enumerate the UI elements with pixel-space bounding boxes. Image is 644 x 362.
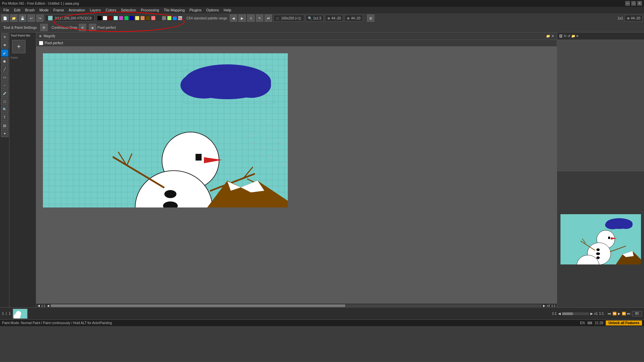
- coord-icon-1: ⊕: [327, 16, 330, 20]
- palette-color-12[interactable]: [162, 16, 166, 20]
- palette-color-3[interactable]: [113, 16, 118, 20]
- timeline-ratio: 1:1: [599, 312, 604, 315]
- menu-brush[interactable]: Brush: [23, 7, 37, 13]
- menu-tilemapping[interactable]: Tile Mapping: [162, 7, 187, 13]
- title-bar: Pro Motion NG - Free Edition : Untitled …: [0, 0, 644, 7]
- palette-color-4[interactable]: [119, 16, 123, 20]
- h-scrollbar-thumb[interactable]: [51, 304, 345, 307]
- prev-frame-icon[interactable]: ⏪: [612, 312, 616, 315]
- eraser-tool[interactable]: ◻: [1, 98, 8, 105]
- h-scrollbar-track[interactable]: [51, 304, 542, 307]
- svg-point-68: [231, 72, 271, 98]
- coord-icon-3: ⊕: [627, 16, 630, 20]
- palette-color-1[interactable]: [103, 16, 107, 20]
- circle-tool[interactable]: ○: [1, 81, 8, 89]
- menu-colors[interactable]: Colors: [104, 7, 118, 13]
- pixel-art-canvas[interactable]: [43, 53, 288, 207]
- palette-left-icon[interactable]: ◀: [230, 14, 237, 22]
- menu-processing[interactable]: Processing: [139, 7, 161, 13]
- menu-layers[interactable]: Layers: [88, 7, 103, 13]
- palette-color-7[interactable]: [135, 16, 140, 20]
- menu-help[interactable]: Help: [222, 7, 233, 13]
- frame-count: 1: [9, 312, 11, 315]
- color-swatch[interactable]: [48, 16, 53, 20]
- new-file-icon[interactable]: 📄: [1, 14, 9, 22]
- menu-options[interactable]: Options: [204, 7, 221, 13]
- canvas-scrollbar-h[interactable]: ◀ 1:1 ◀ ▶ x3 1:1: [36, 303, 557, 307]
- palette-color-15[interactable]: [178, 16, 182, 20]
- end-icon[interactable]: ⏭: [627, 312, 631, 315]
- zoom-indicator: 1:1: [41, 304, 46, 307]
- zoom-tool[interactable]: 🔍: [1, 106, 8, 113]
- preview-image-area: [557, 171, 644, 308]
- timeline-controls: 1:1 ◀ ▶ x1 1:1 ⏮ ⏪ ▶ ⏩ ⏭: [552, 311, 642, 316]
- maximize-btn[interactable]: □: [631, 1, 636, 6]
- timeline-zoom-indicator: 1:1: [552, 312, 557, 315]
- minimize-btn[interactable]: —: [625, 1, 630, 6]
- palette-color-5[interactable]: [124, 16, 129, 20]
- settings-icon[interactable]: ⚙: [40, 24, 48, 31]
- open-icon[interactable]: 📁: [10, 14, 17, 22]
- timeline-nav-left[interactable]: ◀: [558, 312, 561, 315]
- svg-point-72: [267, 120, 268, 121]
- zoom-val-1: 1x1.5: [313, 16, 321, 20]
- palette-edit-icon[interactable]: ✎: [256, 14, 263, 22]
- menu-selection[interactable]: Selection: [119, 7, 138, 13]
- palette-color-2[interactable]: [108, 16, 113, 20]
- move-tool[interactable]: ✥: [1, 41, 8, 49]
- eyedropper-tool[interactable]: 💉: [1, 89, 8, 97]
- zoom-nav-left[interactable]: ◀: [47, 304, 49, 307]
- frame-indicator-bar: 1 | 1 1:1 ◀ ▶ x1 1:1 ⏮ ⏪ ▶ ⏩ ⏭: [0, 307, 644, 319]
- menu-plugins[interactable]: Plugins: [187, 7, 204, 13]
- svg-point-80: [274, 148, 275, 149]
- canvas-close-icon[interactable]: ✕: [551, 34, 554, 38]
- redo-icon[interactable]: ↪: [36, 14, 44, 22]
- timeline-scrollbar[interactable]: [562, 312, 589, 315]
- fill-tool[interactable]: ◉: [1, 57, 8, 65]
- paint-tool[interactable]: 🖌: [1, 49, 8, 57]
- next-frame-icon[interactable]: ⏩: [622, 312, 626, 315]
- canvas-content[interactable]: [36, 47, 557, 303]
- palette-color-10[interactable]: [151, 16, 156, 20]
- unlock-features-btn[interactable]: Unlock all Features: [606, 320, 642, 325]
- timeline-thumb[interactable]: [562, 312, 573, 315]
- pixel-perfect-icon[interactable]: ◈: [89, 24, 96, 31]
- grid-icon[interactable]: ⊞: [367, 14, 374, 22]
- menu-frame[interactable]: Frame: [51, 7, 66, 13]
- undo-icon[interactable]: ↩: [28, 14, 35, 22]
- palette-color-9[interactable]: [146, 16, 150, 20]
- title-bar-controls[interactable]: — □ ✕: [625, 1, 642, 6]
- palette-color-11[interactable]: [156, 16, 161, 20]
- play-btn[interactable]: ▶: [618, 312, 621, 315]
- canvas-container: ⊕ Magnify 📁 ✕ Pixel perfect: [36, 33, 557, 307]
- palette-color-6[interactable]: [129, 16, 134, 20]
- add-tool-btn[interactable]: +: [12, 40, 25, 53]
- timeline-nav-right[interactable]: ▶: [590, 312, 593, 315]
- svg-point-85: [284, 163, 285, 165]
- select-tool[interactable]: ✛: [1, 33, 8, 41]
- menu-mode[interactable]: Mode: [37, 7, 51, 13]
- save-icon[interactable]: 💾: [19, 14, 26, 22]
- continuous-draw-icon[interactable]: ≋: [79, 24, 86, 31]
- folder-icon[interactable]: 📁: [546, 34, 550, 38]
- menu-edit[interactable]: Edit: [12, 7, 22, 13]
- palette-color-13[interactable]: [167, 16, 172, 20]
- speed-input[interactable]: [632, 311, 642, 316]
- preview-empty-top: [557, 40, 644, 171]
- palette-swap-icon[interactable]: ⇄: [265, 14, 272, 22]
- menu-animation[interactable]: Animation: [67, 7, 87, 13]
- palette-menu-icon[interactable]: ≡: [247, 14, 255, 22]
- pixel-perfect-checkbox[interactable]: [39, 41, 43, 45]
- close-btn[interactable]: ✕: [637, 1, 642, 6]
- palette-color-14[interactable]: [172, 16, 177, 20]
- palette-right-icon[interactable]: ▶: [238, 14, 246, 22]
- play-icon[interactable]: ⏮: [608, 312, 611, 315]
- palette-color-8[interactable]: [140, 16, 145, 20]
- menu-file[interactable]: File: [1, 7, 11, 13]
- rect-tool[interactable]: ▭: [1, 73, 8, 81]
- palette-color-0[interactable]: [97, 16, 102, 20]
- gradient-tool[interactable]: ▤: [1, 122, 8, 129]
- line-tool[interactable]: ╱: [1, 65, 8, 73]
- text-tool[interactable]: T: [1, 114, 8, 121]
- wand-tool[interactable]: ✦: [1, 130, 8, 137]
